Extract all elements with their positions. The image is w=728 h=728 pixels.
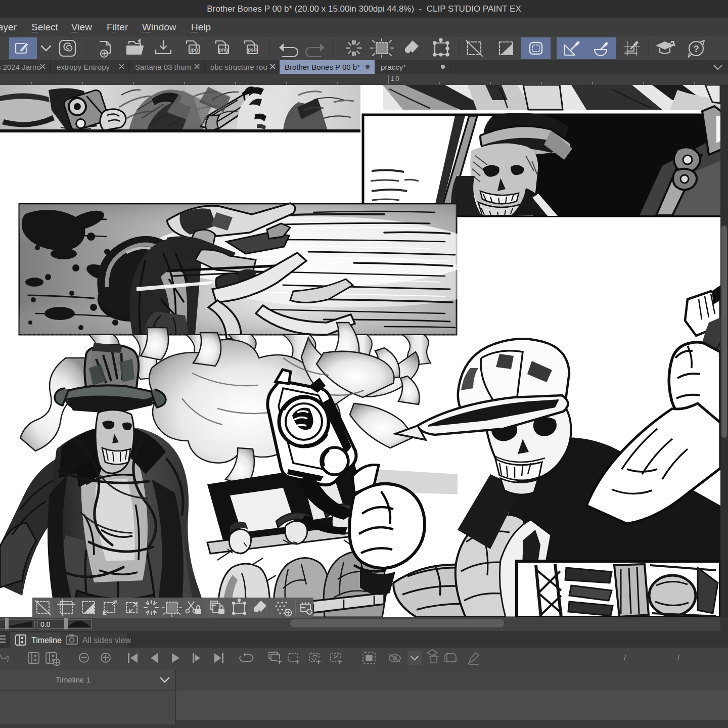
svg-text:?: ? <box>693 43 699 54</box>
svg-text:psd: psd <box>248 47 257 53</box>
svg-text:10: 10 <box>391 75 400 82</box>
svg-text:Brother Bones P 00 b*: Brother Bones P 00 b* <box>285 63 360 71</box>
svg-text:png: png <box>219 47 228 53</box>
svg-text:extropy Entropy: extropy Entropy <box>57 63 110 71</box>
svg-text:obc structure rou: obc structure rou <box>210 63 267 71</box>
svg-text:Sartana 03 thum: Sartana 03 thum <box>135 63 191 71</box>
svg-text:praccy*: praccy* <box>381 63 406 71</box>
svg-text:jpg: jpg <box>190 47 198 53</box>
svg-text:Timeline: Timeline <box>31 636 62 645</box>
svg-text:All sides view: All sides view <box>82 636 131 645</box>
svg-text:0.0: 0.0 <box>40 620 51 628</box>
svg-text:s 2024 Jarno: s 2024 Jarno <box>0 63 41 71</box>
